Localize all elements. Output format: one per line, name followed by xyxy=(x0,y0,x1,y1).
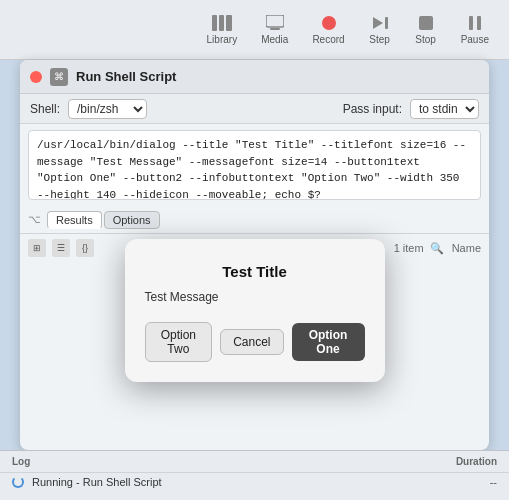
tab-results[interactable]: Results xyxy=(47,211,102,229)
svg-rect-4 xyxy=(270,28,280,30)
toolbar-library-label: Library xyxy=(207,34,238,45)
log-col-label: Log xyxy=(12,456,30,467)
toolbar-library[interactable]: Library xyxy=(207,14,238,45)
toolbar-pause-label: Pause xyxy=(461,34,489,45)
grid-view-icon[interactable]: ⊞ xyxy=(28,239,46,257)
toolbar-step-label: Step xyxy=(369,34,390,45)
panel-header: ⌘ Run Shell Script xyxy=(20,60,489,94)
json-view-icon[interactable]: {} xyxy=(76,239,94,257)
svg-marker-5 xyxy=(373,17,383,29)
toolbar-step[interactable]: Step xyxy=(369,14,391,45)
list-view-icon[interactable]: ☰ xyxy=(52,239,70,257)
log-header: Log Duration xyxy=(0,451,509,473)
toolbar-stop[interactable]: Stop xyxy=(415,14,437,45)
option-two-button[interactable]: Option Two xyxy=(145,322,213,362)
log-bar: Log Duration Running - Run Shell Script … xyxy=(0,450,509,500)
svg-rect-1 xyxy=(219,15,224,31)
shell-select[interactable]: /bin/zsh /bin/bash xyxy=(68,99,147,119)
log-spinner-icon xyxy=(12,476,24,488)
option-one-button[interactable]: Option One xyxy=(292,323,365,361)
tab-options[interactable]: Options xyxy=(104,211,160,229)
log-entry-duration: -- xyxy=(490,476,497,488)
item-count: 1 item xyxy=(394,242,424,254)
log-entry-text: Running - Run Shell Script xyxy=(32,476,162,488)
dialog-modal: Test Title Test Message Option Two Cance… xyxy=(125,239,385,382)
step-icon xyxy=(369,14,391,32)
tabs-icon: ⌥ xyxy=(28,213,41,226)
pause-icon xyxy=(464,14,486,32)
library-icon xyxy=(211,14,233,32)
modal-message: Test Message xyxy=(145,290,365,304)
record-icon xyxy=(318,14,340,32)
svg-rect-2 xyxy=(226,15,232,31)
shell-row: Shell: /bin/zsh /bin/bash Pass input: to… xyxy=(20,94,489,124)
pass-input-select[interactable]: to stdin xyxy=(410,99,479,119)
name-column-label: Name xyxy=(452,242,481,254)
toolbar-stop-label: Stop xyxy=(415,34,436,45)
stop-icon xyxy=(415,14,437,32)
cancel-button[interactable]: Cancel xyxy=(220,329,283,355)
log-duration-col-label: Duration xyxy=(456,456,497,467)
tabs-row: ⌥ Results Options xyxy=(20,206,489,234)
svg-rect-8 xyxy=(469,16,473,30)
svg-rect-3 xyxy=(266,15,284,27)
script-icon: ⌘ xyxy=(50,68,68,86)
log-row: Running - Run Shell Script -- xyxy=(0,473,509,491)
modal-buttons: Option Two Cancel Option One xyxy=(145,322,365,362)
toolbar-pause[interactable]: Pause xyxy=(461,14,489,45)
toolbar-media-label: Media xyxy=(261,34,288,45)
panel-close-button[interactable] xyxy=(30,71,42,83)
media-icon xyxy=(264,14,286,32)
pass-input-label: Pass input: xyxy=(343,102,402,116)
toolbar: Library Media Record Step Stop Pause xyxy=(0,0,509,60)
shell-label: Shell: xyxy=(30,102,60,116)
svg-rect-6 xyxy=(385,17,388,29)
panel-title: Run Shell Script xyxy=(76,69,479,84)
search-icon: 🔍 xyxy=(430,242,446,255)
modal-title: Test Title xyxy=(145,263,365,280)
toolbar-record-label: Record xyxy=(312,34,344,45)
toolbar-media[interactable]: Media xyxy=(261,14,288,45)
svg-rect-7 xyxy=(419,16,433,30)
code-editor[interactable]: /usr/local/bin/dialog --title "Test Titl… xyxy=(28,130,481,200)
svg-rect-0 xyxy=(212,15,217,31)
toolbar-record[interactable]: Record xyxy=(312,14,344,45)
svg-rect-9 xyxy=(477,16,481,30)
